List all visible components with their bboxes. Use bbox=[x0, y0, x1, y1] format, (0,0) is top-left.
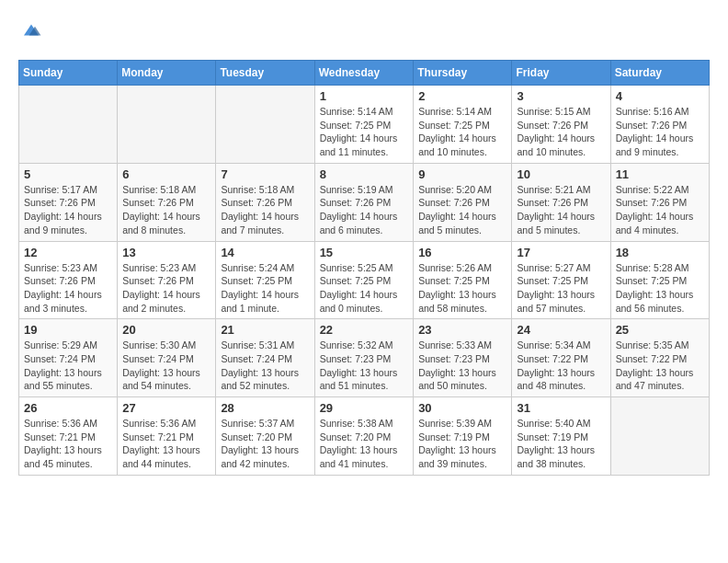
week-row-1: 1Sunrise: 5:14 AM Sunset: 7:25 PM Daylig… bbox=[19, 86, 710, 164]
day-number: 5 bbox=[24, 167, 112, 181]
calendar-cell: 3Sunrise: 5:15 AM Sunset: 7:26 PM Daylig… bbox=[512, 86, 610, 164]
calendar-cell: 9Sunrise: 5:20 AM Sunset: 7:26 PM Daylig… bbox=[414, 163, 512, 241]
day-info: Sunrise: 5:21 AM Sunset: 7:26 PM Dayligh… bbox=[517, 183, 605, 237]
calendar-cell: 8Sunrise: 5:19 AM Sunset: 7:26 PM Daylig… bbox=[314, 163, 414, 241]
day-info: Sunrise: 5:14 AM Sunset: 7:25 PM Dayligh… bbox=[418, 105, 506, 159]
day-info: Sunrise: 5:31 AM Sunset: 7:24 PM Dayligh… bbox=[221, 339, 309, 393]
calendar-cell: 25Sunrise: 5:35 AM Sunset: 7:22 PM Dayli… bbox=[610, 319, 709, 397]
logo bbox=[18, 18, 42, 45]
calendar-cell: 2Sunrise: 5:14 AM Sunset: 7:25 PM Daylig… bbox=[414, 86, 512, 164]
weekday-thursday: Thursday bbox=[414, 61, 512, 86]
day-info: Sunrise: 5:36 AM Sunset: 7:21 PM Dayligh… bbox=[122, 417, 210, 471]
day-number: 12 bbox=[24, 246, 112, 259]
calendar-cell: 26Sunrise: 5:36 AM Sunset: 7:21 PM Dayli… bbox=[19, 397, 118, 476]
day-info: Sunrise: 5:28 AM Sunset: 7:25 PM Dayligh… bbox=[616, 261, 704, 316]
calendar-cell: 4Sunrise: 5:16 AM Sunset: 7:26 PM Daylig… bbox=[610, 86, 709, 164]
day-info: Sunrise: 5:14 AM Sunset: 7:25 PM Dayligh… bbox=[320, 105, 409, 159]
day-info: Sunrise: 5:22 AM Sunset: 7:26 PM Dayligh… bbox=[616, 183, 704, 237]
calendar-cell: 31Sunrise: 5:40 AM Sunset: 7:19 PM Dayli… bbox=[512, 397, 610, 476]
day-number: 9 bbox=[418, 167, 506, 181]
day-number: 11 bbox=[616, 167, 704, 181]
calendar-cell: 18Sunrise: 5:28 AM Sunset: 7:25 PM Dayli… bbox=[610, 241, 709, 319]
day-info: Sunrise: 5:39 AM Sunset: 7:19 PM Dayligh… bbox=[418, 417, 506, 471]
day-number: 8 bbox=[320, 167, 409, 181]
day-info: Sunrise: 5:16 AM Sunset: 7:26 PM Dayligh… bbox=[616, 105, 704, 159]
day-info: Sunrise: 5:15 AM Sunset: 7:26 PM Dayligh… bbox=[517, 105, 605, 159]
calendar-cell bbox=[216, 86, 314, 164]
day-number: 15 bbox=[320, 246, 409, 259]
calendar-cell: 27Sunrise: 5:36 AM Sunset: 7:21 PM Dayli… bbox=[118, 397, 216, 476]
day-number: 30 bbox=[418, 401, 506, 415]
page-header bbox=[18, 18, 710, 45]
day-number: 2 bbox=[418, 89, 506, 103]
day-number: 14 bbox=[221, 246, 309, 259]
day-info: Sunrise: 5:24 AM Sunset: 7:25 PM Dayligh… bbox=[221, 261, 309, 316]
day-number: 10 bbox=[517, 167, 605, 181]
day-number: 26 bbox=[24, 401, 112, 415]
calendar-cell: 19Sunrise: 5:29 AM Sunset: 7:24 PM Dayli… bbox=[19, 319, 118, 397]
day-number: 22 bbox=[320, 323, 409, 337]
day-number: 18 bbox=[616, 246, 704, 259]
day-number: 29 bbox=[320, 401, 409, 415]
calendar-cell: 14Sunrise: 5:24 AM Sunset: 7:25 PM Dayli… bbox=[216, 241, 314, 319]
calendar-cell: 30Sunrise: 5:39 AM Sunset: 7:19 PM Dayli… bbox=[414, 397, 512, 476]
weekday-tuesday: Tuesday bbox=[216, 61, 314, 86]
day-info: Sunrise: 5:27 AM Sunset: 7:25 PM Dayligh… bbox=[517, 261, 605, 316]
week-row-2: 5Sunrise: 5:17 AM Sunset: 7:26 PM Daylig… bbox=[19, 163, 710, 241]
day-number: 4 bbox=[616, 89, 704, 103]
day-number: 21 bbox=[221, 323, 309, 337]
calendar-cell: 1Sunrise: 5:14 AM Sunset: 7:25 PM Daylig… bbox=[314, 86, 414, 164]
calendar-cell: 29Sunrise: 5:38 AM Sunset: 7:20 PM Dayli… bbox=[314, 397, 414, 476]
day-number: 17 bbox=[517, 246, 605, 259]
calendar-cell: 5Sunrise: 5:17 AM Sunset: 7:26 PM Daylig… bbox=[19, 163, 118, 241]
calendar-cell: 20Sunrise: 5:30 AM Sunset: 7:24 PM Dayli… bbox=[118, 319, 216, 397]
calendar-cell: 22Sunrise: 5:32 AM Sunset: 7:23 PM Dayli… bbox=[314, 319, 414, 397]
weekday-saturday: Saturday bbox=[610, 61, 709, 86]
day-number: 3 bbox=[517, 89, 605, 103]
day-number: 31 bbox=[517, 401, 605, 415]
day-info: Sunrise: 5:18 AM Sunset: 7:26 PM Dayligh… bbox=[221, 183, 309, 237]
day-info: Sunrise: 5:29 AM Sunset: 7:24 PM Dayligh… bbox=[24, 339, 112, 393]
day-info: Sunrise: 5:18 AM Sunset: 7:26 PM Dayligh… bbox=[122, 183, 210, 237]
calendar-cell: 28Sunrise: 5:37 AM Sunset: 7:20 PM Dayli… bbox=[216, 397, 314, 476]
day-info: Sunrise: 5:35 AM Sunset: 7:22 PM Dayligh… bbox=[616, 339, 704, 393]
weekday-sunday: Sunday bbox=[19, 61, 118, 86]
day-number: 6 bbox=[122, 167, 210, 181]
week-row-4: 19Sunrise: 5:29 AM Sunset: 7:24 PM Dayli… bbox=[19, 319, 710, 397]
calendar-cell: 10Sunrise: 5:21 AM Sunset: 7:26 PM Dayli… bbox=[512, 163, 610, 241]
calendar-cell: 6Sunrise: 5:18 AM Sunset: 7:26 PM Daylig… bbox=[118, 163, 216, 241]
calendar-cell: 7Sunrise: 5:18 AM Sunset: 7:26 PM Daylig… bbox=[216, 163, 314, 241]
day-info: Sunrise: 5:30 AM Sunset: 7:24 PM Dayligh… bbox=[122, 339, 210, 393]
calendar-table: SundayMondayTuesdayWednesdayThursdayFrid… bbox=[18, 60, 710, 476]
weekday-friday: Friday bbox=[512, 61, 610, 86]
day-info: Sunrise: 5:19 AM Sunset: 7:26 PM Dayligh… bbox=[320, 183, 409, 237]
day-info: Sunrise: 5:20 AM Sunset: 7:26 PM Dayligh… bbox=[418, 183, 506, 237]
calendar-cell: 12Sunrise: 5:23 AM Sunset: 7:26 PM Dayli… bbox=[19, 241, 118, 319]
day-info: Sunrise: 5:25 AM Sunset: 7:25 PM Dayligh… bbox=[320, 261, 409, 316]
day-info: Sunrise: 5:32 AM Sunset: 7:23 PM Dayligh… bbox=[320, 339, 409, 393]
day-info: Sunrise: 5:37 AM Sunset: 7:20 PM Dayligh… bbox=[221, 417, 309, 471]
calendar-cell: 17Sunrise: 5:27 AM Sunset: 7:25 PM Dayli… bbox=[512, 241, 610, 319]
calendar-cell bbox=[118, 86, 216, 164]
day-number: 28 bbox=[221, 401, 309, 415]
weekday-header-row: SundayMondayTuesdayWednesdayThursdayFrid… bbox=[19, 61, 710, 86]
day-number: 19 bbox=[24, 323, 112, 337]
day-info: Sunrise: 5:17 AM Sunset: 7:26 PM Dayligh… bbox=[24, 183, 112, 237]
calendar-cell: 15Sunrise: 5:25 AM Sunset: 7:25 PM Dayli… bbox=[314, 241, 414, 319]
calendar-cell: 21Sunrise: 5:31 AM Sunset: 7:24 PM Dayli… bbox=[216, 319, 314, 397]
day-number: 1 bbox=[320, 89, 409, 103]
day-number: 16 bbox=[418, 246, 506, 259]
day-info: Sunrise: 5:36 AM Sunset: 7:21 PM Dayligh… bbox=[24, 417, 112, 471]
calendar-cell: 16Sunrise: 5:26 AM Sunset: 7:25 PM Dayli… bbox=[414, 241, 512, 319]
day-number: 20 bbox=[122, 323, 210, 337]
calendar-cell: 13Sunrise: 5:23 AM Sunset: 7:26 PM Dayli… bbox=[118, 241, 216, 319]
day-number: 25 bbox=[616, 323, 704, 337]
day-info: Sunrise: 5:23 AM Sunset: 7:26 PM Dayligh… bbox=[24, 261, 112, 316]
calendar-cell bbox=[610, 397, 709, 476]
day-info: Sunrise: 5:34 AM Sunset: 7:22 PM Dayligh… bbox=[517, 339, 605, 393]
calendar-cell bbox=[19, 86, 118, 164]
day-info: Sunrise: 5:40 AM Sunset: 7:19 PM Dayligh… bbox=[517, 417, 605, 471]
weekday-monday: Monday bbox=[118, 61, 216, 86]
calendar-cell: 23Sunrise: 5:33 AM Sunset: 7:23 PM Dayli… bbox=[414, 319, 512, 397]
day-info: Sunrise: 5:23 AM Sunset: 7:26 PM Dayligh… bbox=[122, 261, 210, 316]
